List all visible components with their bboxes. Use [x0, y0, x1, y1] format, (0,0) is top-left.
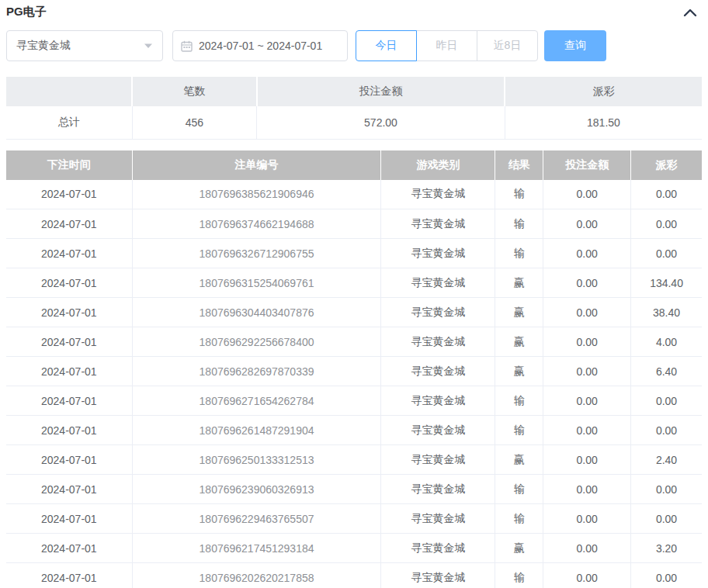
cell-bet-amount: 0.00	[543, 445, 631, 475]
cell-result: 输	[495, 563, 543, 588]
cell-result: 输	[495, 504, 543, 534]
cell-result: 输	[495, 209, 543, 239]
page-title: PG电子	[6, 5, 47, 19]
cell-bet-id: 1807696282697870339	[132, 357, 381, 386]
filter-bar: 寻宝黄金城 2024-07-01 ~ 2024-07-01 今日 昨日 近8日 …	[6, 30, 702, 61]
cell-bet-amount: 0.00	[543, 357, 631, 386]
table-row: 2024-07-011807696250133312513寻宝黄金城赢0.002…	[6, 445, 702, 475]
cell-bet-time: 2024-07-01	[6, 563, 132, 588]
date-range-value: 2024-07-01 ~ 2024-07-01	[199, 40, 322, 52]
cell-game-type: 寻宝黄金城	[381, 445, 495, 475]
cell-result: 赢	[495, 357, 543, 386]
cell-payout: 0.00	[631, 416, 702, 445]
cell-bet-amount: 0.00	[543, 386, 631, 416]
cell-bet-time: 2024-07-01	[6, 534, 132, 563]
cell-result: 输	[495, 239, 543, 268]
cell-bet-time: 2024-07-01	[6, 268, 132, 298]
table-row: 2024-07-011807696292256678400寻宝黄金城赢0.004…	[6, 327, 702, 357]
cell-bet-id: 1807696261487291904	[132, 416, 381, 445]
cell-result: 输	[495, 475, 543, 504]
cell-bet-time: 2024-07-01	[6, 386, 132, 416]
cell-game-type: 寻宝黄金城	[381, 209, 495, 239]
cell-result: 输	[495, 386, 543, 416]
calendar-icon	[181, 40, 193, 52]
cell-bet-amount: 0.00	[543, 180, 631, 209]
cell-bet-amount: 0.00	[543, 327, 631, 357]
cell-bet-time: 2024-07-01	[6, 239, 132, 268]
header-game-type: 游戏类别	[381, 150, 495, 180]
cell-bet-id: 1807696250133312513	[132, 445, 381, 475]
cell-bet-amount: 0.00	[543, 534, 631, 563]
cell-game-type: 寻宝黄金城	[381, 416, 495, 445]
summary-total-bet-amount: 572.00	[257, 106, 505, 139]
header-result: 结果	[495, 150, 543, 180]
chevron-up-icon	[683, 8, 697, 17]
cell-bet-id: 1807696202620217858	[132, 563, 381, 588]
cell-payout: 0.00	[631, 563, 702, 588]
table-row: 2024-07-011807696315254069761寻宝黄金城赢0.001…	[6, 268, 702, 298]
header-bet-time: 下注时间	[6, 150, 132, 180]
table-row: 2024-07-011807696239060326913寻宝黄金城输0.000…	[6, 475, 702, 504]
summary-header-row: 笔数 投注金额 派彩	[6, 77, 702, 106]
cell-game-type: 寻宝黄金城	[381, 180, 495, 209]
cell-bet-id: 1807696385621906946	[132, 180, 381, 209]
yesterday-button[interactable]: 昨日	[416, 30, 477, 61]
cell-game-type: 寻宝黄金城	[381, 563, 495, 588]
cell-bet-time: 2024-07-01	[6, 327, 132, 357]
table-row: 2024-07-011807696261487291904寻宝黄金城输0.000…	[6, 416, 702, 445]
cell-result: 赢	[495, 268, 543, 298]
cell-result: 赢	[495, 445, 543, 475]
cell-game-type: 寻宝黄金城	[381, 386, 495, 416]
summary-header-empty	[6, 77, 132, 106]
collapse-panel-button[interactable]	[678, 6, 702, 19]
header-bet-id: 注单编号	[132, 150, 381, 180]
pg-panel: PG电子 寻宝黄金城 2024-07-01 ~ 2024-07-	[0, 0, 708, 588]
cell-payout: 0.00	[631, 239, 702, 268]
cell-payout: 38.40	[631, 298, 702, 327]
cell-payout: 0.00	[631, 504, 702, 534]
cell-payout: 0.00	[631, 386, 702, 416]
cell-result: 赢	[495, 298, 543, 327]
cell-bet-id: 1807696326712906755	[132, 239, 381, 268]
table-row: 2024-07-011807696229463765507寻宝黄金城输0.000…	[6, 504, 702, 534]
cell-game-type: 寻宝黄金城	[381, 534, 495, 563]
table-row: 2024-07-011807696271654262784寻宝黄金城输0.000…	[6, 386, 702, 416]
search-button[interactable]: 查询	[544, 30, 606, 61]
cell-bet-time: 2024-07-01	[6, 180, 132, 209]
bet-records-table: 下注时间 注单编号 游戏类别 结果 投注金额 派彩 2024-07-011807…	[6, 150, 702, 588]
cell-game-type: 寻宝黄金城	[381, 504, 495, 534]
header-bet-amount: 投注金额	[543, 150, 631, 180]
cell-bet-amount: 0.00	[543, 504, 631, 534]
cell-game-type: 寻宝黄金城	[381, 298, 495, 327]
summary-total-payout: 181.50	[505, 106, 702, 139]
table-row: 2024-07-011807696202620217858寻宝黄金城输0.000…	[6, 563, 702, 588]
last-8-days-button[interactable]: 近8日	[477, 30, 538, 61]
today-button[interactable]: 今日	[356, 30, 417, 61]
summary-table: 笔数 投注金额 派彩 总计 456 572.00 181.50	[6, 77, 702, 140]
date-range-input[interactable]: 2024-07-01 ~ 2024-07-01	[172, 30, 348, 61]
summary-header-bet-amount: 投注金额	[257, 77, 505, 106]
table-row: 2024-07-011807696217451293184寻宝黄金城赢0.003…	[6, 534, 702, 563]
cell-bet-time: 2024-07-01	[6, 475, 132, 504]
cell-bet-amount: 0.00	[543, 475, 631, 504]
game-select[interactable]: 寻宝黄金城	[6, 30, 163, 61]
table-row: 2024-07-011807696326712906755寻宝黄金城输0.000…	[6, 239, 702, 268]
cell-result: 赢	[495, 534, 543, 563]
cell-game-type: 寻宝黄金城	[381, 475, 495, 504]
cell-bet-time: 2024-07-01	[6, 357, 132, 386]
cell-game-type: 寻宝黄金城	[381, 327, 495, 357]
summary-total-label: 总计	[6, 106, 132, 139]
cell-bet-time: 2024-07-01	[6, 209, 132, 239]
cell-bet-id: 1807696292256678400	[132, 327, 381, 357]
table-row: 2024-07-011807696374662194688寻宝黄金城输0.000…	[6, 209, 702, 239]
cell-bet-time: 2024-07-01	[6, 416, 132, 445]
table-row: 2024-07-011807696304403407876寻宝黄金城赢0.003…	[6, 298, 702, 327]
cell-bet-time: 2024-07-01	[6, 298, 132, 327]
header-payout: 派彩	[631, 150, 702, 180]
cell-result: 赢	[495, 327, 543, 357]
cell-bet-amount: 0.00	[543, 563, 631, 588]
game-select-value: 寻宝黄金城	[16, 39, 71, 53]
cell-payout: 0.00	[631, 209, 702, 239]
cell-bet-amount: 0.00	[543, 298, 631, 327]
cell-bet-id: 1807696374662194688	[132, 209, 381, 239]
